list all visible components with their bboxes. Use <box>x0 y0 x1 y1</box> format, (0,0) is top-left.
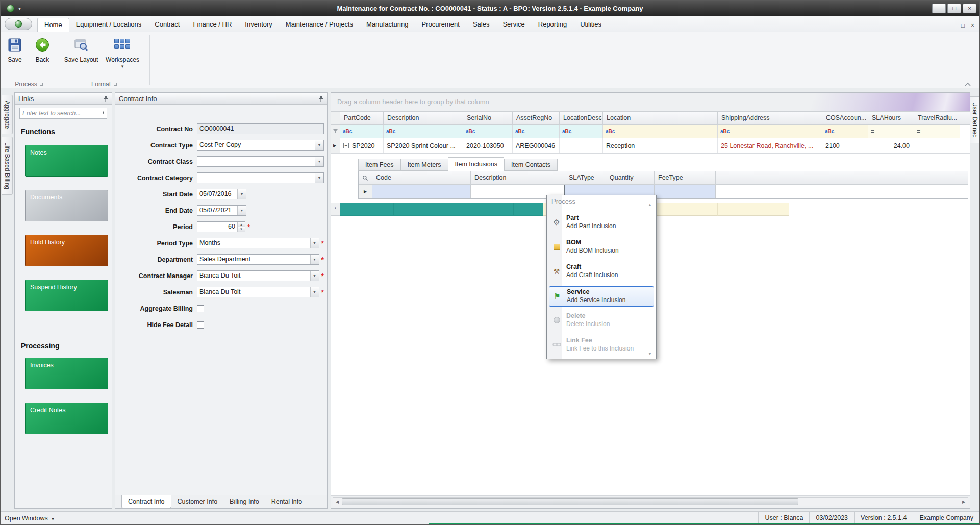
contract-tab-rental-info[interactable]: Rental Info <box>265 495 308 508</box>
side-tab-user-defined[interactable]: User Defined <box>969 96 979 143</box>
contract-tab-billing-info[interactable]: Billing Info <box>223 495 265 508</box>
pin-icon[interactable] <box>318 95 323 102</box>
link-button-notes[interactable]: Notes <box>25 145 108 177</box>
dropdown-arrow-icon[interactable]: ▼ <box>310 287 319 297</box>
append-row-cell[interactable] <box>493 203 514 216</box>
scroll-left-icon[interactable]: ◀ <box>333 498 341 506</box>
link-button-invoices[interactable]: Invoices <box>25 358 108 389</box>
dropdown-contract-class[interactable]: ▼ <box>197 156 324 167</box>
dialog-launcher-icon[interactable] <box>40 83 43 86</box>
append-row-cell[interactable] <box>514 203 543 216</box>
detail-tab-item-contacts[interactable]: Item Contacts <box>504 159 558 171</box>
dropdown-arrow-icon[interactable]: ▼ <box>237 206 246 215</box>
close-button[interactable]: × <box>963 4 976 13</box>
ribbon-tab-maintenance-projects[interactable]: Maintenance / Projects <box>279 18 360 32</box>
ribbon-tab-service[interactable]: Service <box>496 18 531 32</box>
menu-item-service[interactable]: ⚑ServiceAdd Service Inclusion <box>549 286 654 307</box>
append-row-cell[interactable] <box>340 203 394 216</box>
link-button-suspend-history[interactable]: Suspend History <box>25 280 108 311</box>
collapse-row-icon[interactable]: − <box>343 143 349 148</box>
side-tab-life-based-billing[interactable]: Life Based Billing <box>2 137 13 195</box>
detail-tab-item-meters[interactable]: Item Meters <box>400 159 448 171</box>
checkbox-aggregate-billing[interactable] <box>197 305 204 312</box>
group-by-bar[interactable]: Drag a column header here to group by th… <box>331 93 970 112</box>
contract-tab-contract-info[interactable]: Contract Info <box>121 495 171 508</box>
detail-column-feetype[interactable]: FeeType <box>655 171 716 184</box>
checkbox-hide-fee-detail[interactable] <box>197 321 204 329</box>
grid-cell-cosaccoun[interactable]: 2100 <box>822 138 868 153</box>
ribbon-tab-equipment-locations[interactable]: Equipment / Locations <box>69 18 148 32</box>
filter-cell-location[interactable]: aBc <box>603 125 718 138</box>
grid-cell-travelradiu[interactable] <box>914 138 960 153</box>
save-button[interactable]: Save <box>2 34 28 77</box>
back-button[interactable]: Back <box>29 34 56 77</box>
column-header-locationdesc[interactable]: LocationDesc <box>560 112 603 124</box>
open-windows-button[interactable]: Open Windows ▾ <box>5 515 54 522</box>
detail-column-slatype[interactable]: SLAType <box>565 171 606 184</box>
app-logo-icon[interactable] <box>7 5 14 12</box>
input-contract-no[interactable]: CO0000041 <box>197 123 324 134</box>
detail-column-description[interactable]: Description <box>471 171 565 184</box>
filter-cell-partcode[interactable]: aBc <box>340 125 384 138</box>
detail-tab-item-inclusions[interactable]: Item Inclusions <box>448 157 504 171</box>
grid-cell-assetregno[interactable]: AREG000046 <box>513 138 560 153</box>
column-header-slahours[interactable]: SLAHours <box>868 112 914 124</box>
filter-cell-assetregno[interactable]: aBc <box>513 125 560 138</box>
collapse-ribbon-button[interactable] <box>962 80 973 88</box>
ribbon-tab-utilities[interactable]: Utilities <box>573 18 608 32</box>
column-header-location[interactable]: Location <box>603 112 718 124</box>
save-layout-button[interactable]: Save Layout <box>62 34 100 77</box>
ribbon-tab-sales[interactable]: Sales <box>466 18 496 32</box>
ribbon-tab-contract[interactable]: Contract <box>148 18 186 32</box>
dropdown-period[interactable]: 60▲▼ <box>197 221 245 232</box>
detail-tab-item-fees[interactable]: Item Fees <box>358 159 400 171</box>
append-row-cell[interactable] <box>463 203 493 216</box>
grid-cell-shippingaddress[interactable]: 25 Lonestar Road, Ranchville, ... <box>718 138 822 153</box>
pin-icon[interactable] <box>103 95 108 102</box>
ribbon-tab-procurement[interactable]: Procurement <box>415 18 466 32</box>
grid-data-row[interactable]: ▶−SP2020SP2020 Sprint Colour ...2020-103… <box>331 138 970 154</box>
column-header-shippingaddress[interactable]: ShippingAddress <box>718 112 822 124</box>
column-header-cosaccoun[interactable]: COSAccoun... <box>822 112 868 124</box>
filter-cell-shippingaddress[interactable]: aBc <box>718 125 822 138</box>
workspaces-button[interactable]: Workspaces ▾ <box>103 34 142 77</box>
filter-cell-travelradiu[interactable]: = <box>914 125 960 138</box>
column-header-partcode[interactable]: PartCode <box>340 112 384 124</box>
dropdown-arrow-icon[interactable]: ▼ <box>310 271 319 281</box>
dropdown-start-date[interactable]: 05/07/2016▼ <box>197 189 246 199</box>
horizontal-scrollbar[interactable]: ◀ ▶ <box>333 497 968 506</box>
ribbon-tab-inventory[interactable]: Inventory <box>238 18 279 32</box>
spin-down-icon[interactable]: ▼ <box>238 227 245 232</box>
scrollbar-thumb[interactable] <box>342 498 798 505</box>
maximize-button[interactable]: □ <box>947 4 961 13</box>
grid-cell-partcode[interactable]: −SP2020 <box>340 138 384 153</box>
scroll-right-icon[interactable]: ▶ <box>960 498 968 506</box>
dropdown-arrow-icon[interactable]: ▼ <box>310 255 319 264</box>
filter-cell-cosaccoun[interactable]: aBc <box>822 125 868 138</box>
filter-cell-serialno[interactable]: aBc <box>463 125 513 138</box>
mdi-minimize-button[interactable]: — <box>949 22 955 29</box>
grid-cell-slahours[interactable]: 24.00 <box>868 138 914 153</box>
append-row-cell[interactable] <box>718 203 789 216</box>
quick-access-dropdown-icon[interactable]: ▾ <box>18 6 21 11</box>
contract-tab-customer-info[interactable]: Customer Info <box>171 495 224 508</box>
detail-search-indicator[interactable] <box>359 171 372 184</box>
dropdown-arrow-icon[interactable]: ▼ <box>315 173 323 183</box>
links-search-input[interactable] <box>22 110 103 117</box>
grid-cell-serialno[interactable]: 2020-103050 <box>463 138 513 153</box>
filter-cell-description[interactable]: aBc <box>384 125 463 138</box>
dropdown-arrow-icon[interactable]: ▼ <box>310 238 319 248</box>
dropdown-contract-manager[interactable]: Bianca Du Toit▼ <box>197 270 319 281</box>
filter-cell-slahours[interactable]: = <box>868 125 914 138</box>
dropdown-end-date[interactable]: 05/07/2021▼ <box>197 205 246 216</box>
dropdown-arrow-icon[interactable]: ▼ <box>315 140 323 150</box>
append-row-cell[interactable] <box>394 203 463 216</box>
grid-cell-description[interactable]: SP2020 Sprint Colour ... <box>384 138 463 153</box>
column-header-description[interactable]: Description <box>384 112 463 124</box>
menu-item-craft[interactable]: ⚒CraftAdd Craft Inclusion <box>549 262 654 282</box>
grid-cell-locationdesc[interactable] <box>560 138 603 153</box>
link-button-credit-notes[interactable]: Credit Notes <box>25 403 108 434</box>
dropdown-contract-category[interactable]: ▼ <box>197 172 324 183</box>
side-tab-aggregate[interactable]: Aggregate <box>2 95 13 134</box>
detail-column-quantity[interactable]: Quantity <box>606 171 655 184</box>
